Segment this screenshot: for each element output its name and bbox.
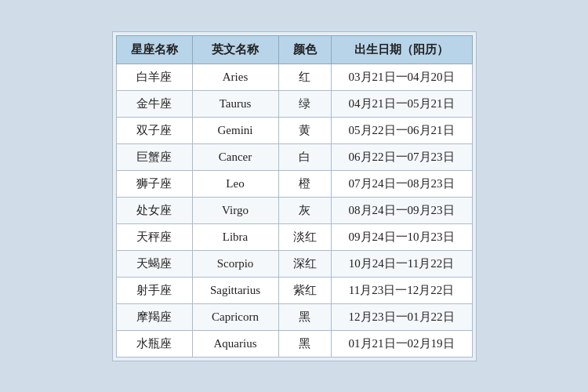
cell-zh-name: 巨蟹座 [116, 143, 192, 170]
cell-en-name: Aquarius [192, 330, 278, 357]
cell-zh-name: 天秤座 [116, 223, 192, 250]
header-zh-name: 星座名称 [116, 35, 192, 64]
cell-color: 黑 [278, 330, 331, 357]
cell-date: 10月24日一11月22日 [331, 250, 472, 277]
table-row: 白羊座Aries红03月21日一04月20日 [116, 64, 472, 90]
cell-color: 绿 [278, 90, 331, 117]
cell-en-name: Scorpio [192, 250, 278, 277]
cell-color: 紫红 [278, 277, 331, 303]
cell-date: 08月24日一09月23日 [331, 197, 472, 223]
cell-date: 12月23日一01月22日 [331, 303, 472, 330]
table-row: 巨蟹座Cancer白06月22日一07月23日 [116, 143, 472, 170]
cell-color: 深红 [278, 250, 331, 277]
cell-date: 04月21日一05月21日 [331, 90, 472, 117]
table-row: 双子座Gemini黄05月22日一06月21日 [116, 117, 472, 143]
cell-color: 黄 [278, 117, 331, 143]
table-header-row: 星座名称 英文名称 颜色 出生日期（阳历） [116, 35, 472, 64]
cell-en-name: Sagittarius [192, 277, 278, 303]
cell-en-name: Libra [192, 223, 278, 250]
cell-zh-name: 摩羯座 [116, 303, 192, 330]
table-row: 处女座Virgo灰08月24日一09月23日 [116, 197, 472, 223]
table-row: 天秤座Libra淡红09月24日一10月23日 [116, 223, 472, 250]
cell-color: 白 [278, 143, 331, 170]
cell-zh-name: 白羊座 [116, 64, 192, 90]
cell-date: 05月22日一06月21日 [331, 117, 472, 143]
cell-date: 06月22日一07月23日 [331, 143, 472, 170]
cell-zh-name: 水瓶座 [116, 330, 192, 357]
table-row: 天蝎座Scorpio深红10月24日一11月22日 [116, 250, 472, 277]
table-row: 水瓶座Aquarius黑01月21日一02月19日 [116, 330, 472, 357]
cell-en-name: Leo [192, 170, 278, 197]
zodiac-table-container: 星座名称 英文名称 颜色 出生日期（阳历） 白羊座Aries红03月21日一04… [112, 31, 477, 361]
zodiac-table: 星座名称 英文名称 颜色 出生日期（阳历） 白羊座Aries红03月21日一04… [116, 35, 473, 358]
cell-date: 09月24日一10月23日 [331, 223, 472, 250]
cell-date: 11月23日一12月22日 [331, 277, 472, 303]
cell-color: 橙 [278, 170, 331, 197]
cell-zh-name: 射手座 [116, 277, 192, 303]
cell-en-name: Capricorn [192, 303, 278, 330]
header-date: 出生日期（阳历） [331, 35, 472, 64]
cell-en-name: Taurus [192, 90, 278, 117]
header-en-name: 英文名称 [192, 35, 278, 64]
cell-date: 03月21日一04月20日 [331, 64, 472, 90]
cell-en-name: Gemini [192, 117, 278, 143]
cell-en-name: Virgo [192, 197, 278, 223]
cell-zh-name: 狮子座 [116, 170, 192, 197]
cell-zh-name: 双子座 [116, 117, 192, 143]
cell-date: 01月21日一02月19日 [331, 330, 472, 357]
cell-color: 红 [278, 64, 331, 90]
cell-date: 07月24日一08月23日 [331, 170, 472, 197]
table-row: 摩羯座Capricorn黑12月23日一01月22日 [116, 303, 472, 330]
cell-color: 淡红 [278, 223, 331, 250]
cell-zh-name: 金牛座 [116, 90, 192, 117]
cell-zh-name: 天蝎座 [116, 250, 192, 277]
table-row: 金牛座Taurus绿04月21日一05月21日 [116, 90, 472, 117]
header-color: 颜色 [278, 35, 331, 64]
cell-en-name: Aries [192, 64, 278, 90]
cell-en-name: Cancer [192, 143, 278, 170]
cell-color: 黑 [278, 303, 331, 330]
table-row: 狮子座Leo橙07月24日一08月23日 [116, 170, 472, 197]
cell-color: 灰 [278, 197, 331, 223]
cell-zh-name: 处女座 [116, 197, 192, 223]
table-row: 射手座Sagittarius紫红11月23日一12月22日 [116, 277, 472, 303]
